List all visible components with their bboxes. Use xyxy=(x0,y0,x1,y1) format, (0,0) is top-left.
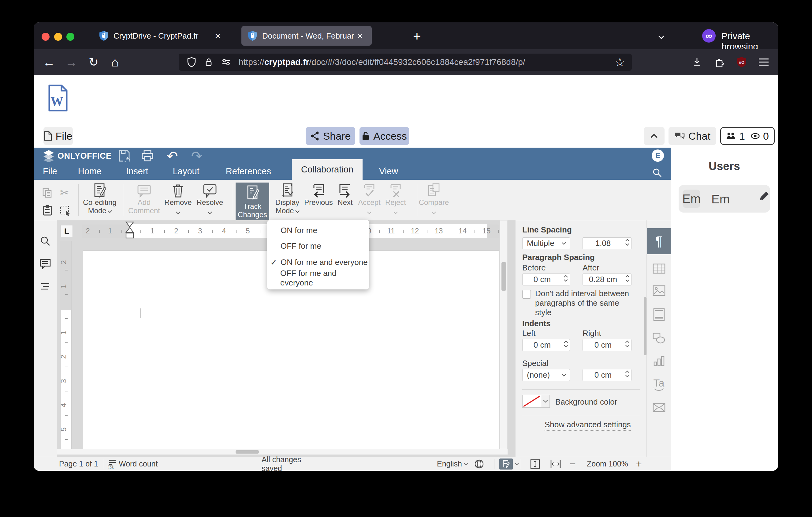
vscroll-thumb[interactable] xyxy=(501,262,506,291)
indent-right-spinner[interactable]: 0 cm xyxy=(583,339,632,351)
header-footer-settings-icon[interactable] xyxy=(647,305,671,324)
vertical-scrollbar[interactable] xyxy=(500,220,508,449)
tab-stop-selector[interactable]: L xyxy=(61,225,73,237)
display-mode-button[interactable]: Display Mode xyxy=(271,181,304,215)
spinner-arrows[interactable] xyxy=(626,275,629,282)
previous-change-button[interactable]: Previous xyxy=(303,181,334,207)
file-button[interactable]: File xyxy=(44,127,73,145)
shape-settings-icon[interactable] xyxy=(647,329,671,348)
collapse-toolbar-button[interactable] xyxy=(644,127,665,145)
copy-icon[interactable] xyxy=(42,188,53,198)
horizontal-scrollbar[interactable] xyxy=(57,449,508,455)
spinner-arrows[interactable] xyxy=(626,370,629,378)
vertical-ruler[interactable]: 21123456 xyxy=(61,241,71,450)
spacing-before-spinner[interactable]: 0 cm xyxy=(522,273,570,285)
close-tab-icon[interactable]: × xyxy=(212,30,224,42)
presence-counts[interactable]: 1 0 xyxy=(720,127,775,145)
home-button[interactable]: ⌂ xyxy=(107,49,124,75)
redo-icon[interactable]: ↷ xyxy=(189,149,204,163)
table-settings-icon[interactable] xyxy=(647,260,671,278)
tab-collaboration[interactable]: Collaboration xyxy=(292,159,362,180)
interval-checkbox[interactable] xyxy=(522,290,531,299)
cut-scissors-icon[interactable]: ✂ xyxy=(60,187,69,199)
forward-button[interactable]: → xyxy=(63,49,80,75)
back-button[interactable]: ← xyxy=(40,49,58,75)
spacing-after-spinner[interactable]: 0.28 cm xyxy=(583,273,632,285)
remove-button[interactable]: Remove xyxy=(164,181,193,216)
menu-item-off-for-everyone[interactable]: OFF for me and everyone xyxy=(267,271,369,285)
zoom-window-button[interactable] xyxy=(66,33,74,41)
ublock-origin-icon[interactable]: uO xyxy=(733,49,750,75)
minimize-window-button[interactable] xyxy=(54,33,62,41)
language-selector[interactable]: English xyxy=(437,457,467,471)
edit-user-name-pencil-icon[interactable] xyxy=(759,191,770,201)
access-button[interactable]: Access xyxy=(359,127,409,145)
url-text[interactable]: https://cryptpad.fr/doc/#/3/doc/edit/ff0… xyxy=(239,57,615,67)
tab-document-active[interactable]: Document - Wed, February 5, 2 × xyxy=(241,26,372,46)
zoom-in-button[interactable]: + xyxy=(636,457,642,471)
comments-panel-icon[interactable] xyxy=(34,256,57,272)
fit-width-button[interactable] xyxy=(550,457,561,471)
save-icon[interactable] xyxy=(117,149,132,163)
accept-button[interactable]: Accept xyxy=(356,181,382,216)
spellcheck-globe-icon[interactable] xyxy=(474,457,484,471)
paste-icon[interactable] xyxy=(42,205,53,216)
background-color-swatch[interactable] xyxy=(522,395,541,408)
next-change-button[interactable]: Next xyxy=(334,181,356,207)
interval-checkbox-label[interactable]: Don't add interval between paragraphs of… xyxy=(535,289,634,317)
reject-button[interactable]: Reject xyxy=(382,181,409,216)
indent-marker[interactable] xyxy=(125,221,134,240)
reload-button[interactable]: ↻ xyxy=(85,49,102,75)
word-count-button[interactable]: 123 Word count xyxy=(107,457,157,471)
spinner-arrows[interactable] xyxy=(626,239,629,246)
special-amount-spinner[interactable]: 0 cm xyxy=(583,369,632,381)
zoom-out-button[interactable]: − xyxy=(570,457,576,471)
share-button[interactable]: Share xyxy=(306,127,355,145)
mail-merge-settings-icon[interactable] xyxy=(647,399,671,417)
editor-search-icon[interactable] xyxy=(652,168,662,178)
tab-insert[interactable]: Insert xyxy=(102,163,148,180)
track-changes-button[interactable]: Track Changes xyxy=(236,183,269,220)
special-select[interactable]: (none) xyxy=(522,369,570,381)
extensions-puzzle-icon[interactable] xyxy=(711,49,728,75)
compare-button[interactable]: Compare xyxy=(418,181,449,216)
text-art-settings-icon[interactable]: Ta xyxy=(647,375,671,393)
line-spacing-amount-spinner[interactable]: 1.08 xyxy=(583,237,632,249)
chart-settings-icon[interactable] xyxy=(647,352,671,370)
editor-user-avatar[interactable]: E xyxy=(652,149,664,162)
menu-item-on-for-everyone[interactable]: ✓ ON for me and everyone xyxy=(267,255,369,269)
paragraph-settings-icon[interactable]: ¶ xyxy=(647,228,671,254)
spinner-arrows[interactable] xyxy=(626,340,629,348)
find-icon[interactable] xyxy=(34,233,57,249)
spinner-arrows[interactable] xyxy=(564,275,567,282)
spinner-arrows[interactable] xyxy=(564,340,567,348)
background-color-dropdown[interactable] xyxy=(541,395,550,408)
zoom-level[interactable]: Zoom 100% xyxy=(587,457,628,471)
advanced-settings-link[interactable]: Show advanced settings xyxy=(545,420,631,431)
close-tab-icon[interactable]: × xyxy=(354,30,366,42)
close-window-button[interactable] xyxy=(41,33,50,41)
tab-cryptdrive[interactable]: CryptDrive - CryptPad.fr × xyxy=(93,26,234,46)
resolve-button[interactable]: Resolve xyxy=(195,181,225,216)
fit-page-button[interactable] xyxy=(530,457,540,471)
tab-layout[interactable]: Layout xyxy=(148,163,200,180)
permissions-icon[interactable] xyxy=(221,57,231,67)
print-icon[interactable] xyxy=(140,149,155,163)
bookmark-star-icon[interactable]: ☆ xyxy=(615,55,625,69)
coediting-mode-button[interactable]: Co-editing Mode xyxy=(80,181,119,215)
lock-icon[interactable] xyxy=(204,57,213,67)
list-tabs-chevron-icon[interactable] xyxy=(659,34,663,39)
page-indicator[interactable]: Page 1 of 1 xyxy=(59,457,98,471)
new-tab-button[interactable]: + xyxy=(413,28,421,44)
downloads-icon[interactable] xyxy=(688,49,705,75)
tab-view[interactable]: View xyxy=(362,163,398,180)
shield-icon[interactable] xyxy=(186,57,196,67)
undo-icon[interactable]: ↶ xyxy=(165,149,180,163)
menu-item-on-for-me[interactable]: ON for me xyxy=(267,224,369,237)
url-bar[interactable]: https://cryptpad.fr/doc/#/3/doc/edit/ff0… xyxy=(179,54,632,71)
select-all-icon[interactable] xyxy=(60,206,71,217)
track-changes-toggle[interactable] xyxy=(499,457,518,471)
chat-button[interactable]: Chat xyxy=(668,127,716,145)
tab-home[interactable]: Home xyxy=(57,163,102,180)
menu-item-off-for-me[interactable]: OFF for me xyxy=(267,239,369,253)
